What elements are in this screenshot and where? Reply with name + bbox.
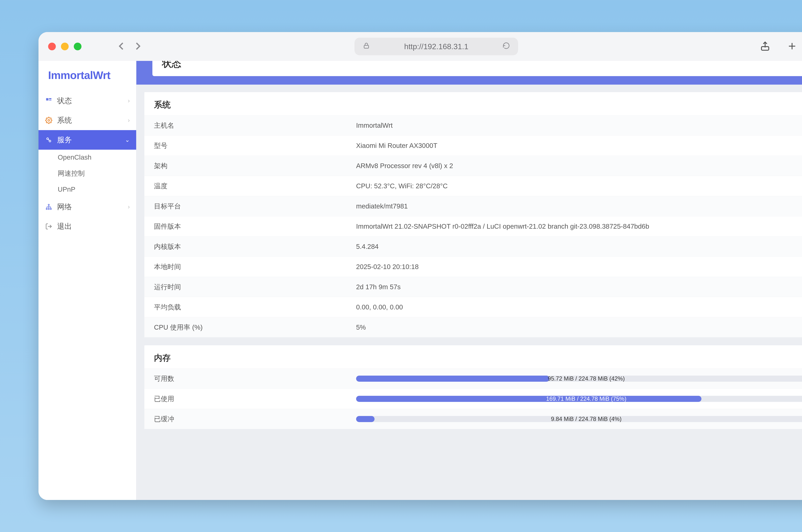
value-firmware: ImmortalWrt 21.02-SNAPSHOT r0-02fff2a / … [356, 223, 802, 230]
nav-logout-label: 退出 [57, 222, 72, 231]
chevron-right-icon: › [128, 204, 130, 210]
lock-icon [363, 42, 370, 51]
browser-titlebar: http://192.168.31.1 [38, 32, 802, 61]
bartext-mem-available: 95.72 MiB / 224.78 MiB (42%) [356, 376, 802, 382]
label-cpuusage: CPU 使用率 (%) [154, 323, 356, 332]
memory-card: 内存 可用数 95.72 MiB / 224.78 MiB (42%) 已使用 … [144, 345, 802, 429]
value-kernel: 5.4.284 [356, 243, 802, 250]
value-localtime: 2025-02-10 20:10:18 [356, 263, 802, 271]
services-icon [45, 136, 53, 144]
share-icon[interactable] [760, 41, 770, 52]
chevron-down-icon: ⌄ [125, 136, 130, 143]
row-loadavg: 平均负载 0.00, 0.00, 0.00 [144, 297, 802, 317]
svg-rect-7 [49, 100, 52, 101]
row-mem-buffered: 已缓冲 9.84 MiB / 224.78 MiB (4%) [144, 409, 802, 429]
label-loadavg: 平均负载 [154, 303, 356, 312]
row-mem-available: 可用数 95.72 MiB / 224.78 MiB (42%) [144, 368, 802, 388]
bar-mem-used: 169.71 MiB / 224.78 MiB (75%) [356, 396, 802, 402]
network-icon [45, 203, 53, 210]
row-localtime: 本地时间 2025-02-10 20:10:18 [144, 256, 802, 277]
svg-point-14 [48, 208, 49, 209]
value-hostname: ImmortalWrt [356, 121, 802, 129]
nav-eqos[interactable]: 网速控制 [38, 165, 136, 182]
page-content: ImmortalWrt 状态 › 系统 › [38, 61, 802, 500]
label-kernel: 内核版本 [154, 242, 356, 251]
value-uptime: 2d 17h 9m 57s [356, 283, 802, 291]
label-uptime: 运行时间 [154, 283, 356, 291]
label-firmware: 固件版本 [154, 222, 356, 231]
browser-nav-arrows [117, 41, 142, 52]
svg-line-11 [48, 139, 49, 140]
nav-menu: 状态 › 系统 › 服务 ⌄ OpenClash [38, 91, 136, 236]
label-mem-available: 可用数 [154, 374, 356, 383]
label-model: 型号 [154, 141, 356, 150]
nav-services-label: 服务 [57, 135, 72, 145]
svg-rect-0 [364, 45, 369, 48]
sidebar: ImmortalWrt 状态 › 系统 › [38, 61, 136, 500]
value-loadavg: 0.00, 0.00, 0.00 [356, 303, 802, 311]
system-card: 系统 主机名 ImmortalWrt 型号 Xiaomi Mi Router A… [144, 92, 802, 337]
main-panel: 刷新 状态 系统 主机名 ImmortalWrt 型号 Xiaomi Mi Ro… [136, 61, 802, 500]
label-localtime: 本地时间 [154, 262, 356, 271]
svg-rect-5 [46, 98, 49, 101]
svg-rect-6 [49, 98, 52, 99]
label-hostname: 主机名 [154, 121, 356, 130]
label-target: 目标平台 [154, 202, 356, 211]
svg-point-13 [46, 208, 47, 209]
value-temp: CPU: 52.3°C, WiFi: 28°C/28°C [356, 182, 802, 190]
row-kernel: 内核版本 5.4.284 [144, 236, 802, 256]
url-text: http://192.168.31.1 [404, 42, 468, 51]
system-card-title: 系统 [144, 92, 802, 115]
row-temp: 温度 CPU: 52.3°C, WiFi: 28°C/28°C [144, 176, 802, 196]
label-mem-used: 已使用 [154, 394, 356, 403]
nav-status-label: 状态 [57, 96, 72, 106]
label-temp: 温度 [154, 182, 356, 191]
value-target: mediatek/mt7981 [356, 203, 802, 210]
nav-upnp[interactable]: UPnP [38, 182, 136, 197]
maximize-window-button[interactable] [74, 43, 81, 50]
page-title: 状态 [152, 61, 802, 76]
logout-icon [45, 223, 53, 230]
toolbar-right [760, 41, 802, 52]
value-cpuusage: 5% [356, 324, 802, 331]
chevron-right-icon: › [128, 117, 130, 124]
nav-openclash[interactable]: OpenClash [38, 150, 136, 165]
nav-status[interactable]: 状态 › [38, 91, 136, 111]
minimize-window-button[interactable] [61, 43, 69, 50]
memory-card-title: 内存 [144, 345, 802, 368]
dashboard-icon [45, 97, 53, 104]
nav-network-label: 网络 [57, 202, 72, 212]
value-arch: ARMv8 Processor rev 4 (v8l) x 2 [356, 162, 802, 170]
row-uptime: 运行时间 2d 17h 9m 57s [144, 277, 802, 297]
nav-system-label: 系统 [57, 115, 72, 125]
close-window-button[interactable] [48, 43, 56, 50]
bar-mem-available: 95.72 MiB / 224.78 MiB (42%) [356, 376, 802, 382]
row-model: 型号 Xiaomi Mi Router AX3000T [144, 135, 802, 156]
chevron-right-icon: › [128, 97, 130, 104]
row-hostname: 主机名 ImmortalWrt [144, 115, 802, 135]
url-bar[interactable]: http://192.168.31.1 [354, 38, 518, 55]
row-cpuusage: CPU 使用率 (%) 5% [144, 317, 802, 337]
brand-logo: ImmortalWrt [38, 61, 136, 91]
row-firmware: 固件版本 ImmortalWrt 21.02-SNAPSHOT r0-02fff… [144, 216, 802, 236]
new-tab-icon[interactable] [787, 41, 798, 52]
label-mem-buffered: 已缓冲 [154, 415, 356, 423]
reload-icon[interactable] [503, 42, 510, 51]
nav-network[interactable]: 网络 › [38, 197, 136, 217]
svg-point-8 [48, 119, 50, 121]
svg-point-12 [48, 204, 49, 205]
forward-button[interactable] [133, 41, 142, 52]
svg-point-15 [50, 208, 51, 209]
browser-window: http://192.168.31.1 ImmortalWrt [38, 32, 802, 500]
nav-logout[interactable]: 退出 [38, 217, 136, 236]
bar-mem-buffered: 9.84 MiB / 224.78 MiB (4%) [356, 416, 802, 422]
nav-services[interactable]: 服务 ⌄ [38, 130, 136, 150]
bartext-mem-used: 169.71 MiB / 224.78 MiB (75%) [356, 396, 802, 402]
back-button[interactable] [117, 41, 126, 52]
row-target: 目标平台 mediatek/mt7981 [144, 196, 802, 216]
bartext-mem-buffered: 9.84 MiB / 224.78 MiB (4%) [356, 416, 802, 422]
window-controls [48, 43, 81, 50]
label-arch: 架构 [154, 162, 356, 170]
value-model: Xiaomi Mi Router AX3000T [356, 142, 802, 150]
nav-system[interactable]: 系统 › [38, 111, 136, 130]
